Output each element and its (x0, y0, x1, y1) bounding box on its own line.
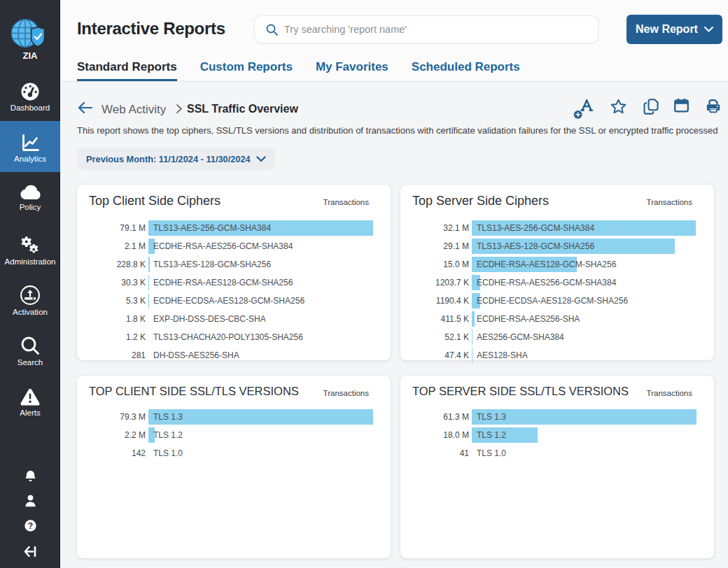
svg-text:?: ? (27, 521, 32, 531)
